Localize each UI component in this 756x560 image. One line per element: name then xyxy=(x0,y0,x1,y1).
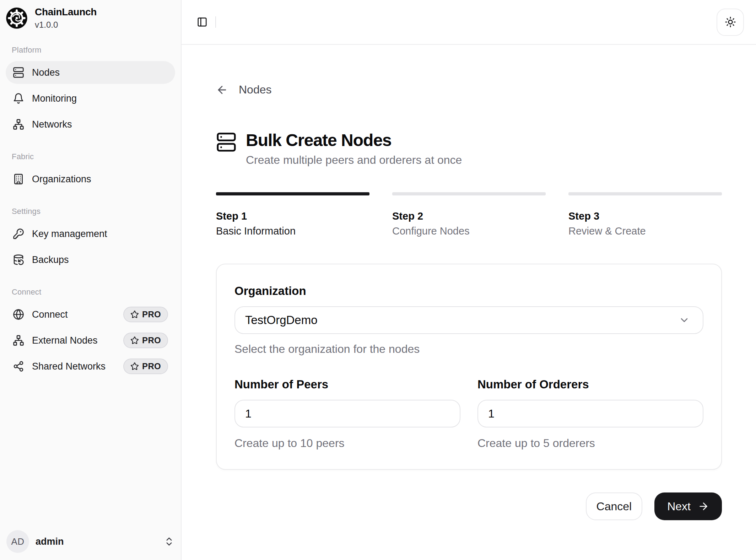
back-button[interactable] xyxy=(216,84,229,96)
peers-field: Number of Peers Create up to 10 peers xyxy=(234,378,460,450)
next-button-label: Next xyxy=(667,500,691,513)
breadcrumb-link-nodes[interactable]: Nodes xyxy=(239,83,272,96)
cancel-button[interactable]: Cancel xyxy=(586,492,643,520)
next-button[interactable]: Next xyxy=(654,492,722,520)
topbar-divider xyxy=(215,16,216,28)
nav-group-label: Settings xyxy=(6,207,175,216)
avatar: AD xyxy=(6,530,29,553)
sidebar-item-label: Connect xyxy=(32,309,115,320)
basic-information-card: Organization TestOrgDemo Select the orga… xyxy=(216,264,722,470)
step-subtitle: Review & Create xyxy=(568,224,722,238)
sidebar-item-label: Networks xyxy=(32,119,168,130)
sidebar-item-label: Organizations xyxy=(32,174,168,185)
peers-helper: Create up to 10 peers xyxy=(234,437,460,450)
star-icon xyxy=(130,310,139,319)
sidebar-item-connect[interactable]: Connect PRO xyxy=(6,303,175,326)
pro-badge: PRO xyxy=(123,307,168,322)
organization-select-value: TestOrgDemo xyxy=(245,313,679,327)
orderers-helper: Create up to 5 orderers xyxy=(477,437,703,450)
sidebar-item-label: External Nodes xyxy=(32,335,115,346)
app-version: v1.0.0 xyxy=(35,20,97,30)
sidebar-item-monitoring[interactable]: Monitoring xyxy=(6,87,175,110)
breadcrumb: Nodes xyxy=(216,83,722,96)
arrow-right-icon xyxy=(698,501,709,512)
chevrons-up-down-icon xyxy=(164,536,174,547)
pro-badge-label: PRO xyxy=(142,309,161,319)
building-icon xyxy=(13,173,24,185)
organization-label: Organization xyxy=(234,284,703,298)
step-progress: Step 1 Basic Information Step 2 Configur… xyxy=(216,192,722,238)
sidebar-item-external-nodes[interactable]: External Nodes PRO xyxy=(6,329,175,352)
pro-badge: PRO xyxy=(123,359,168,374)
sidebar-item-networks[interactable]: Networks xyxy=(6,113,175,136)
step-title: Step 3 xyxy=(568,209,722,223)
nav-group-label: Fabric xyxy=(6,152,175,161)
app-logo-icon xyxy=(6,7,28,29)
nav-group-settings: Settings Key management Backups xyxy=(6,207,175,271)
key-icon xyxy=(13,228,24,239)
arrow-left-icon xyxy=(216,84,228,96)
theme-toggle-button[interactable] xyxy=(717,9,744,36)
sidebar-item-organizations[interactable]: Organizations xyxy=(6,168,175,190)
sidebar-item-shared-networks[interactable]: Shared Networks PRO xyxy=(6,355,175,378)
app-name: ChainLaunch xyxy=(35,6,97,18)
orderers-label: Number of Orderers xyxy=(477,378,703,391)
sidebar-item-label: Monitoring xyxy=(32,93,168,104)
nav-group-label: Connect xyxy=(6,287,175,297)
user-menu[interactable]: AD admin xyxy=(6,530,175,553)
app-logo-row: ChainLaunch v1.0.0 xyxy=(6,6,175,31)
sidebar-toggle-button[interactable] xyxy=(196,16,209,28)
database-backup-icon xyxy=(13,254,24,265)
network-icon xyxy=(13,119,24,130)
step-3: Step 3 Review & Create xyxy=(568,192,722,238)
server-icon xyxy=(13,67,24,78)
top-bar xyxy=(182,0,756,45)
main-area: Nodes Bulk Create Nodes Create multiple … xyxy=(182,0,756,560)
peers-label: Number of Peers xyxy=(234,378,460,391)
page-header: Bulk Create Nodes Create multiple peers … xyxy=(216,130,722,167)
nav-group-fabric: Fabric Organizations xyxy=(6,152,175,190)
sun-icon xyxy=(725,16,736,28)
sidebar-item-label: Key management xyxy=(32,228,168,239)
chevron-down-icon xyxy=(679,314,690,326)
sidebar-item-label: Nodes xyxy=(32,67,168,78)
star-icon xyxy=(130,336,139,345)
orderers-input[interactable] xyxy=(477,400,703,427)
network-icon xyxy=(13,335,24,346)
sidebar: ChainLaunch v1.0.0 Platform Nodes Monito… xyxy=(0,0,182,560)
bell-icon xyxy=(13,93,24,104)
sidebar-item-nodes[interactable]: Nodes xyxy=(6,61,175,84)
step-2: Step 2 Configure Nodes xyxy=(392,192,546,238)
organization-select[interactable]: TestOrgDemo xyxy=(234,306,703,334)
server-icon xyxy=(216,130,237,152)
step-2-bar xyxy=(392,192,546,195)
step-subtitle: Basic Information xyxy=(216,224,369,238)
step-title: Step 1 xyxy=(216,209,369,223)
step-title: Step 2 xyxy=(392,209,546,223)
organization-helper: Select the organization for the nodes xyxy=(234,343,703,356)
star-icon xyxy=(130,362,139,371)
page-scroll-area: Nodes Bulk Create Nodes Create multiple … xyxy=(182,45,756,560)
user-name: admin xyxy=(36,536,157,547)
sidebar-item-label: Shared Networks xyxy=(32,361,115,372)
peers-input[interactable] xyxy=(234,400,460,427)
nav-group-connect: Connect Connect PRO External Nodes xyxy=(6,287,175,378)
sidebar-item-backups[interactable]: Backups xyxy=(6,248,175,271)
panel-left-icon xyxy=(197,17,207,27)
nav-group-label: Platform xyxy=(6,45,175,55)
step-1-bar xyxy=(216,192,369,195)
globe-icon xyxy=(13,309,24,320)
page-title: Bulk Create Nodes xyxy=(246,130,462,150)
share-icon xyxy=(13,361,24,372)
pro-badge: PRO xyxy=(123,333,168,348)
nav-group-platform: Platform Nodes Monitoring Networks xyxy=(6,45,175,136)
step-1: Step 1 Basic Information xyxy=(216,192,369,238)
page-subtitle: Create multiple peers and orderers at on… xyxy=(246,154,462,167)
pro-badge-label: PRO xyxy=(142,335,161,345)
form-actions: Cancel Next xyxy=(216,492,722,520)
sidebar-item-key-management[interactable]: Key management xyxy=(6,222,175,245)
pro-badge-label: PRO xyxy=(142,361,161,371)
sidebar-item-label: Backups xyxy=(32,254,168,265)
step-3-bar xyxy=(568,192,722,195)
orderers-field: Number of Orderers Create up to 5 ordere… xyxy=(477,378,703,450)
